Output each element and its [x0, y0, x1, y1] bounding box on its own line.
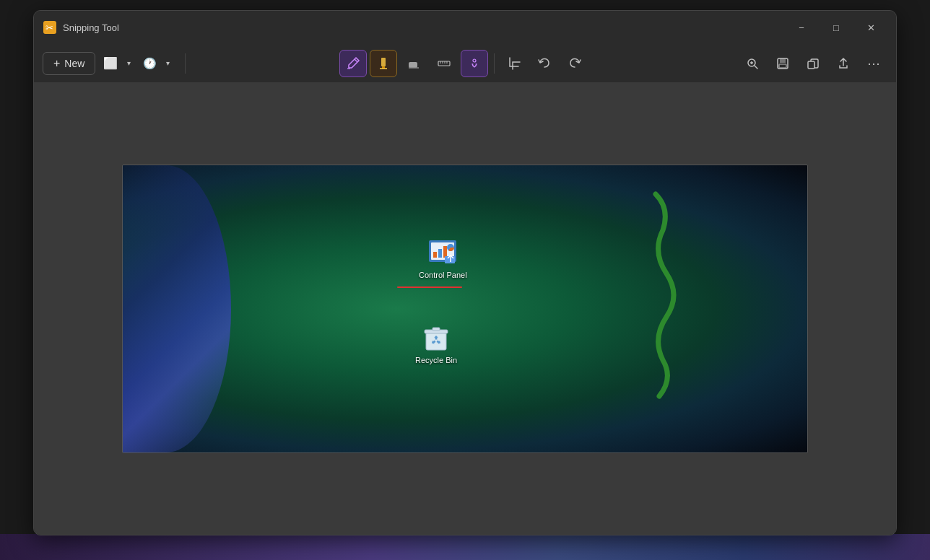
delay-button[interactable]: 🕐 [137, 50, 162, 77]
pen-tool-button[interactable] [339, 50, 367, 77]
control-panel-label: Control Panel [419, 271, 467, 279]
spell-check-underline [397, 286, 462, 288]
new-plus-icon: + [53, 57, 60, 70]
svg-rect-28 [445, 256, 455, 263]
svg-rect-18 [780, 58, 786, 63]
crop-button[interactable] [500, 50, 528, 77]
screenshot-container: Control Panel [122, 165, 808, 453]
redo-button[interactable] [561, 50, 588, 77]
svg-rect-21 [808, 61, 814, 69]
svg-rect-6 [409, 62, 417, 68]
touch-writing-button[interactable] [461, 50, 488, 77]
taskbar [0, 534, 930, 560]
eraser-button[interactable] [400, 50, 427, 77]
svg-rect-2 [347, 68, 350, 69]
titlebar-controls: − □ ✕ [785, 16, 887, 39]
snip-shape-arrow[interactable]: ▾ [123, 50, 134, 77]
delay-arrow[interactable]: ▾ [162, 50, 173, 77]
svg-rect-3 [381, 58, 386, 66]
app-title: Snipping Tool [63, 22, 119, 33]
recycle-bin-label: Recycle Bin [415, 356, 457, 364]
new-label: New [64, 58, 84, 69]
chevron-down-icon-2: ▾ [166, 59, 170, 67]
ruler-button[interactable] [430, 50, 458, 77]
close-button[interactable]: ✕ [854, 16, 887, 39]
green-squiggle-drawing [612, 187, 699, 411]
snip-shape-button[interactable]: ⬜ [98, 50, 123, 77]
divider-1 [185, 53, 186, 74]
more-options-button[interactable]: ⋯ [860, 50, 887, 77]
svg-line-14 [755, 66, 757, 69]
svg-text:✂: ✂ [45, 22, 53, 33]
chevron-down-icon: ▾ [127, 59, 131, 67]
snip-rect-icon: ⬜ [103, 56, 118, 70]
share-button[interactable] [830, 50, 857, 77]
svg-rect-32 [433, 328, 440, 331]
delay-selector: 🕐 ▾ [137, 50, 173, 77]
svg-rect-24 [433, 252, 437, 258]
app-icon: ✂ [43, 20, 57, 35]
svg-rect-8 [438, 61, 450, 66]
desktop-background: Control Panel [123, 165, 807, 452]
toolbar-center [191, 50, 736, 77]
svg-rect-25 [438, 249, 442, 258]
new-button[interactable]: + New [43, 52, 95, 75]
highlighter-button[interactable] [370, 50, 397, 77]
save-button[interactable] [769, 50, 796, 77]
canvas-area: Control Panel [34, 83, 896, 535]
toolbar-left: + New ⬜ ▾ 🕐 ▾ [43, 50, 173, 77]
svg-rect-19 [779, 64, 786, 68]
blue-arc-decoration [123, 165, 231, 452]
toolbar-right: ⋯ [739, 50, 887, 77]
copy-button[interactable] [799, 50, 827, 77]
control-panel-desktop-icon[interactable]: Control Panel [419, 237, 467, 279]
snip-shape-selector: ⬜ ▾ [98, 50, 134, 77]
control-panel-icon-image [427, 237, 458, 268]
recycle-bin-desktop-icon[interactable]: Recycle Bin [415, 323, 457, 364]
minimize-button[interactable]: − [785, 16, 818, 39]
titlebar-left: ✂ Snipping Tool [43, 20, 119, 35]
toolbar: + New ⬜ ▾ 🕐 ▾ [34, 44, 896, 83]
svg-rect-30 [426, 333, 446, 350]
divider-2 [494, 53, 495, 74]
svg-rect-26 [443, 246, 447, 258]
undo-button[interactable] [531, 50, 558, 77]
snipping-tool-window: ✂ Snipping Tool − □ ✕ + New ⬜ ▾ [33, 10, 897, 535]
zoom-button[interactable] [739, 50, 766, 77]
titlebar: ✂ Snipping Tool − □ ✕ [34, 11, 896, 44]
clock-icon: 🕐 [143, 57, 157, 70]
recycle-bin-icon-image [421, 323, 451, 353]
maximize-button[interactable]: □ [820, 16, 853, 39]
